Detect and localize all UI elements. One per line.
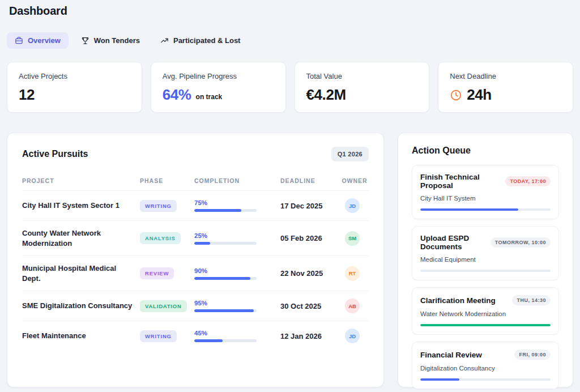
- deadline-date: 12 Jan 2026: [280, 321, 340, 351]
- task-project: Digitalization Consultancy: [420, 365, 551, 372]
- stat-label: Active Projects: [19, 72, 130, 80]
- clock-icon: [450, 89, 462, 101]
- deadline-date: 17 Dec 2025: [280, 191, 340, 221]
- stat-total-value: Total Value €4.2M: [295, 62, 430, 113]
- table-row[interactable]: City Hall IT System Sector 1 WRITING 75%…: [22, 191, 369, 221]
- stat-pipeline-progress: Avg. Pipeline Progress 64% on track: [151, 62, 286, 113]
- due-badge: THU, 14:30: [512, 295, 551, 305]
- due-badge: FRI, 09:00: [514, 350, 551, 360]
- due-badge: TOMORROW, 10:00: [491, 237, 551, 248]
- active-pursuits-title: Active Pursuits: [22, 149, 88, 159]
- task-progress-bar: [420, 270, 551, 272]
- task-progress-bar: [420, 378, 551, 381]
- stat-label: Total Value: [306, 72, 418, 80]
- task-title: Upload ESPD Documents: [420, 234, 486, 251]
- briefcase-icon: [15, 36, 23, 45]
- period-badge[interactable]: Q1 2026: [331, 147, 369, 161]
- tab-overview[interactable]: Overview: [7, 32, 69, 49]
- stat-label: Avg. Pipeline Progress: [163, 72, 274, 80]
- column-header-project: PROJECT: [22, 172, 140, 191]
- table-row[interactable]: Fleet Maintenance WRITING 45% 12 Jan 202…: [22, 321, 369, 351]
- avatar: RT: [345, 266, 360, 281]
- project-name: County Water Network Modernization: [22, 221, 140, 256]
- table-row[interactable]: Municipal Hospital Medical Dept. REVIEW …: [22, 256, 369, 291]
- task-card[interactable]: Upload ESPD Documents TOMORROW, 10:00 Me…: [412, 226, 559, 280]
- project-name: Fleet Maintenance: [22, 321, 140, 351]
- phase-badge: WRITING: [140, 330, 177, 342]
- trending-up-icon: [160, 36, 169, 45]
- stat-cards: Active Projects 12 Avg. Pipeline Progres…: [7, 62, 573, 113]
- column-header-completion: COMPLETION: [194, 172, 280, 191]
- progress-bar: [194, 339, 257, 342]
- due-badge: TODAY, 17:00: [505, 176, 551, 186]
- pursuits-table: PROJECT PHASE COMPLETION DEADLINE OWNER …: [22, 172, 369, 351]
- avatar: SM: [345, 231, 360, 246]
- trophy-icon: [81, 36, 89, 45]
- task-progress-bar: [420, 208, 551, 211]
- progress-bar: [194, 209, 257, 212]
- stat-active-projects: Active Projects 12: [7, 62, 142, 113]
- table-row[interactable]: County Water Network Modernization ANALY…: [22, 221, 369, 256]
- phase-badge: VALIDATION: [140, 300, 187, 312]
- completion-percent: 25%: [194, 232, 276, 239]
- task-title: Financial Review: [420, 351, 482, 359]
- avatar: JD: [345, 329, 360, 343]
- tab-bar: Overview Won Tenders Participated & Lost: [7, 32, 573, 49]
- dashboard-page: Dashboard Overview Won Tenders Participa…: [0, 0, 580, 387]
- avatar: AB: [345, 299, 360, 313]
- column-header-owner: OWNER: [340, 172, 369, 191]
- deadline-date: 22 Nov 2025: [280, 256, 340, 291]
- progress-bar: [194, 242, 257, 245]
- stat-value: 64%: [163, 86, 191, 104]
- stat-suffix: on track: [196, 93, 223, 101]
- task-project: City Hall IT System: [420, 195, 551, 202]
- stat-value: 24h: [467, 86, 492, 104]
- tab-label: Won Tenders: [94, 36, 140, 45]
- stat-value: 12: [19, 86, 35, 104]
- table-header-row: PROJECT PHASE COMPLETION DEADLINE OWNER: [22, 172, 369, 191]
- task-project: Water Network Modernization: [420, 310, 551, 317]
- page-title: Dashboard: [7, 0, 573, 18]
- action-queue-title: Action Queue: [412, 146, 471, 156]
- task-card[interactable]: Finish Technical Proposal TODAY, 17:00 C…: [412, 165, 559, 219]
- task-title: Finish Technical Proposal: [420, 173, 501, 190]
- column-header-phase: PHASE: [140, 172, 194, 191]
- completion-percent: 90%: [194, 267, 276, 274]
- tab-won-tenders[interactable]: Won Tenders: [73, 32, 148, 49]
- tab-label: Overview: [28, 36, 61, 45]
- project-name: Municipal Hospital Medical Dept.: [22, 256, 140, 291]
- project-name: SME Digitalization Consultancy: [22, 291, 140, 321]
- completion-percent: 75%: [194, 199, 276, 206]
- active-pursuits-panel: Active Pursuits Q1 2026 PROJECT PHASE CO…: [7, 133, 384, 387]
- deadline-date: 30 Oct 2025: [280, 291, 340, 321]
- column-header-deadline: DEADLINE: [280, 172, 340, 191]
- task-card[interactable]: Clarification Meeting THU, 14:30 Water N…: [412, 287, 559, 335]
- task-list: Finish Technical Proposal TODAY, 17:00 C…: [412, 165, 559, 392]
- table-row[interactable]: SME Digitalization Consultancy VALIDATIO…: [22, 291, 369, 321]
- phase-badge: ANALYSIS: [140, 232, 181, 244]
- stat-label: Next Deadline: [450, 72, 561, 80]
- action-queue-panel: Action Queue Finish Technical Proposal T…: [398, 133, 573, 387]
- completion-percent: 95%: [194, 300, 276, 306]
- task-progress-bar: [420, 324, 551, 326]
- tab-participated-lost[interactable]: Participated & Lost: [152, 32, 248, 49]
- task-card[interactable]: Financial Review FRI, 09:00 Digitalizati…: [412, 342, 559, 389]
- task-title: Clarification Meeting: [420, 296, 496, 305]
- phase-badge: WRITING: [140, 200, 177, 212]
- progress-bar: [194, 277, 257, 280]
- main-content: Active Pursuits Q1 2026 PROJECT PHASE CO…: [7, 133, 573, 387]
- phase-badge: REVIEW: [140, 267, 174, 279]
- deadline-date: 05 Feb 2026: [280, 221, 340, 256]
- task-project: Medical Equipment: [420, 256, 551, 263]
- avatar: JD: [345, 198, 360, 213]
- stat-next-deadline: Next Deadline 24h: [438, 62, 573, 113]
- progress-bar: [194, 309, 257, 312]
- tab-label: Participated & Lost: [173, 36, 240, 45]
- stat-value: €4.2M: [306, 86, 346, 104]
- project-name: City Hall IT System Sector 1: [22, 191, 140, 221]
- pursuits-rows: City Hall IT System Sector 1 WRITING 75%…: [22, 191, 369, 351]
- completion-percent: 45%: [194, 330, 276, 336]
